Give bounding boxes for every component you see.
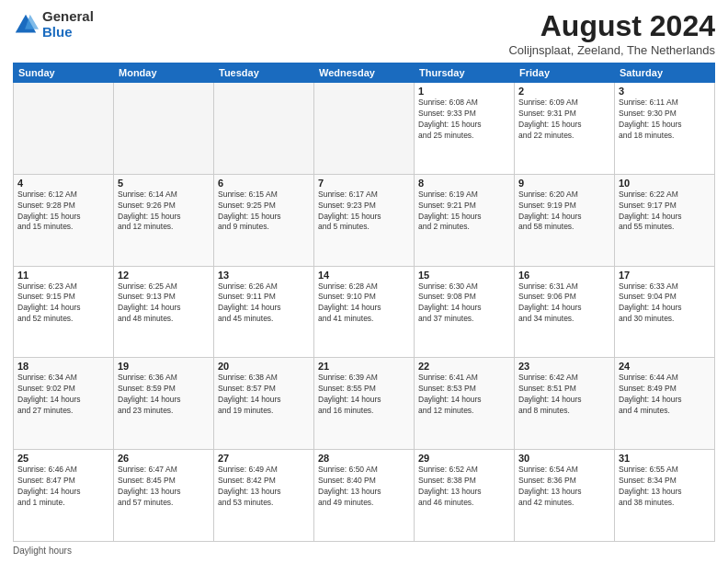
calendar-table: SundayMondayTuesdayWednesdayThursdayFrid… bbox=[13, 63, 715, 542]
day-number: 27 bbox=[218, 453, 310, 464]
month-title: August 2024 bbox=[508, 9, 715, 43]
day-number: 20 bbox=[218, 361, 310, 372]
day-info: Sunrise: 6:41 AM Sunset: 8:53 PM Dayligh… bbox=[418, 373, 510, 417]
weekday-header-wednesday: Wednesday bbox=[314, 63, 415, 83]
calendar-cell: 14Sunrise: 6:28 AM Sunset: 9:10 PM Dayli… bbox=[314, 266, 415, 358]
day-info: Sunrise: 6:50 AM Sunset: 8:40 PM Dayligh… bbox=[318, 465, 410, 509]
footer: Daylight hours bbox=[13, 546, 715, 556]
calendar-cell: 23Sunrise: 6:42 AM Sunset: 8:51 PM Dayli… bbox=[515, 358, 615, 450]
day-number: 19 bbox=[118, 361, 210, 372]
calendar-cell: 5Sunrise: 6:14 AM Sunset: 9:26 PM Daylig… bbox=[114, 174, 214, 266]
day-number: 4 bbox=[17, 178, 109, 189]
day-info: Sunrise: 6:54 AM Sunset: 8:36 PM Dayligh… bbox=[518, 465, 610, 509]
calendar-cell: 15Sunrise: 6:30 AM Sunset: 9:08 PM Dayli… bbox=[415, 266, 515, 358]
logo: General Blue bbox=[13, 9, 94, 40]
header: General Blue August 2024 Colijnsplaat, Z… bbox=[13, 9, 715, 57]
calendar-week-1: 1Sunrise: 6:08 AM Sunset: 9:33 PM Daylig… bbox=[14, 83, 715, 175]
day-info: Sunrise: 6:12 AM Sunset: 9:28 PM Dayligh… bbox=[17, 190, 109, 234]
day-number: 17 bbox=[619, 270, 711, 281]
day-number: 23 bbox=[518, 361, 610, 372]
day-number: 30 bbox=[518, 453, 610, 464]
logo-icon bbox=[13, 12, 39, 38]
calendar-cell: 2Sunrise: 6:09 AM Sunset: 9:31 PM Daylig… bbox=[515, 83, 615, 175]
day-info: Sunrise: 6:46 AM Sunset: 8:47 PM Dayligh… bbox=[17, 465, 109, 509]
day-info: Sunrise: 6:17 AM Sunset: 9:23 PM Dayligh… bbox=[318, 190, 410, 234]
day-number: 2 bbox=[518, 86, 610, 97]
day-number: 15 bbox=[418, 270, 510, 281]
day-info: Sunrise: 6:20 AM Sunset: 9:19 PM Dayligh… bbox=[518, 190, 610, 234]
day-number: 13 bbox=[218, 270, 310, 281]
day-info: Sunrise: 6:25 AM Sunset: 9:13 PM Dayligh… bbox=[118, 282, 210, 326]
page: General Blue August 2024 Colijnsplaat, Z… bbox=[0, 0, 728, 563]
day-number: 24 bbox=[619, 361, 711, 372]
day-number: 21 bbox=[318, 361, 410, 372]
day-info: Sunrise: 6:44 AM Sunset: 8:49 PM Dayligh… bbox=[619, 373, 711, 417]
day-info: Sunrise: 6:19 AM Sunset: 9:21 PM Dayligh… bbox=[418, 190, 510, 234]
day-info: Sunrise: 6:15 AM Sunset: 9:25 PM Dayligh… bbox=[218, 190, 310, 234]
day-info: Sunrise: 6:52 AM Sunset: 8:38 PM Dayligh… bbox=[418, 465, 510, 509]
day-info: Sunrise: 6:42 AM Sunset: 8:51 PM Dayligh… bbox=[518, 373, 610, 417]
calendar-cell: 17Sunrise: 6:33 AM Sunset: 9:04 PM Dayli… bbox=[615, 266, 715, 358]
day-info: Sunrise: 6:30 AM Sunset: 9:08 PM Dayligh… bbox=[418, 282, 510, 326]
day-number: 9 bbox=[518, 178, 610, 189]
day-number: 16 bbox=[518, 270, 610, 281]
day-number: 22 bbox=[418, 361, 510, 372]
calendar-cell: 3Sunrise: 6:11 AM Sunset: 9:30 PM Daylig… bbox=[615, 83, 715, 175]
day-number: 10 bbox=[619, 178, 711, 189]
day-number: 14 bbox=[318, 270, 410, 281]
day-number: 25 bbox=[17, 453, 109, 464]
day-info: Sunrise: 6:47 AM Sunset: 8:45 PM Dayligh… bbox=[118, 465, 210, 509]
calendar-cell: 31Sunrise: 6:55 AM Sunset: 8:34 PM Dayli… bbox=[615, 450, 715, 542]
calendar-cell: 22Sunrise: 6:41 AM Sunset: 8:53 PM Dayli… bbox=[415, 358, 515, 450]
calendar-cell: 18Sunrise: 6:34 AM Sunset: 9:02 PM Dayli… bbox=[14, 358, 114, 450]
calendar-cell: 7Sunrise: 6:17 AM Sunset: 9:23 PM Daylig… bbox=[314, 174, 415, 266]
weekday-header-sunday: Sunday bbox=[14, 63, 114, 83]
logo-general: General bbox=[42, 9, 94, 25]
calendar-cell: 28Sunrise: 6:50 AM Sunset: 8:40 PM Dayli… bbox=[314, 450, 415, 542]
day-info: Sunrise: 6:39 AM Sunset: 8:55 PM Dayligh… bbox=[318, 373, 410, 417]
day-number: 5 bbox=[118, 178, 210, 189]
calendar-week-2: 4Sunrise: 6:12 AM Sunset: 9:28 PM Daylig… bbox=[14, 174, 715, 266]
location: Colijnsplaat, Zeeland, The Netherlands bbox=[508, 43, 715, 57]
day-info: Sunrise: 6:36 AM Sunset: 8:59 PM Dayligh… bbox=[118, 373, 210, 417]
day-number: 7 bbox=[318, 178, 410, 189]
day-number: 28 bbox=[318, 453, 410, 464]
calendar-cell: 6Sunrise: 6:15 AM Sunset: 9:25 PM Daylig… bbox=[214, 174, 314, 266]
day-info: Sunrise: 6:49 AM Sunset: 8:42 PM Dayligh… bbox=[218, 465, 310, 509]
day-number: 26 bbox=[118, 453, 210, 464]
day-info: Sunrise: 6:22 AM Sunset: 9:17 PM Dayligh… bbox=[619, 190, 711, 234]
day-info: Sunrise: 6:33 AM Sunset: 9:04 PM Dayligh… bbox=[619, 282, 711, 326]
day-info: Sunrise: 6:09 AM Sunset: 9:31 PM Dayligh… bbox=[518, 98, 610, 142]
calendar-cell: 21Sunrise: 6:39 AM Sunset: 8:55 PM Dayli… bbox=[314, 358, 415, 450]
day-number: 18 bbox=[17, 361, 109, 372]
footer-label: Daylight hours bbox=[13, 546, 72, 556]
weekday-header-friday: Friday bbox=[515, 63, 615, 83]
calendar-cell: 9Sunrise: 6:20 AM Sunset: 9:19 PM Daylig… bbox=[515, 174, 615, 266]
logo-text: General Blue bbox=[42, 9, 94, 40]
day-info: Sunrise: 6:34 AM Sunset: 9:02 PM Dayligh… bbox=[17, 373, 109, 417]
day-info: Sunrise: 6:28 AM Sunset: 9:10 PM Dayligh… bbox=[318, 282, 410, 326]
day-info: Sunrise: 6:38 AM Sunset: 8:57 PM Dayligh… bbox=[218, 373, 310, 417]
calendar-cell: 26Sunrise: 6:47 AM Sunset: 8:45 PM Dayli… bbox=[114, 450, 214, 542]
calendar-week-3: 11Sunrise: 6:23 AM Sunset: 9:15 PM Dayli… bbox=[14, 266, 715, 358]
day-number: 12 bbox=[118, 270, 210, 281]
calendar-cell: 16Sunrise: 6:31 AM Sunset: 9:06 PM Dayli… bbox=[515, 266, 615, 358]
calendar-cell: 19Sunrise: 6:36 AM Sunset: 8:59 PM Dayli… bbox=[114, 358, 214, 450]
day-number: 29 bbox=[418, 453, 510, 464]
title-area: August 2024 Colijnsplaat, Zeeland, The N… bbox=[508, 9, 715, 57]
calendar-cell: 30Sunrise: 6:54 AM Sunset: 8:36 PM Dayli… bbox=[515, 450, 615, 542]
weekday-header-monday: Monday bbox=[114, 63, 214, 83]
day-number: 8 bbox=[418, 178, 510, 189]
day-info: Sunrise: 6:55 AM Sunset: 8:34 PM Dayligh… bbox=[619, 465, 711, 509]
calendar-cell bbox=[14, 83, 114, 175]
day-info: Sunrise: 6:31 AM Sunset: 9:06 PM Dayligh… bbox=[518, 282, 610, 326]
calendar-week-5: 25Sunrise: 6:46 AM Sunset: 8:47 PM Dayli… bbox=[14, 450, 715, 542]
calendar-cell: 27Sunrise: 6:49 AM Sunset: 8:42 PM Dayli… bbox=[214, 450, 314, 542]
calendar-cell bbox=[314, 83, 415, 175]
weekday-header-tuesday: Tuesday bbox=[214, 63, 314, 83]
weekday-header-saturday: Saturday bbox=[615, 63, 715, 83]
day-info: Sunrise: 6:14 AM Sunset: 9:26 PM Dayligh… bbox=[118, 190, 210, 234]
weekday-header-thursday: Thursday bbox=[415, 63, 515, 83]
day-info: Sunrise: 6:11 AM Sunset: 9:30 PM Dayligh… bbox=[619, 98, 711, 142]
calendar-cell: 25Sunrise: 6:46 AM Sunset: 8:47 PM Dayli… bbox=[14, 450, 114, 542]
